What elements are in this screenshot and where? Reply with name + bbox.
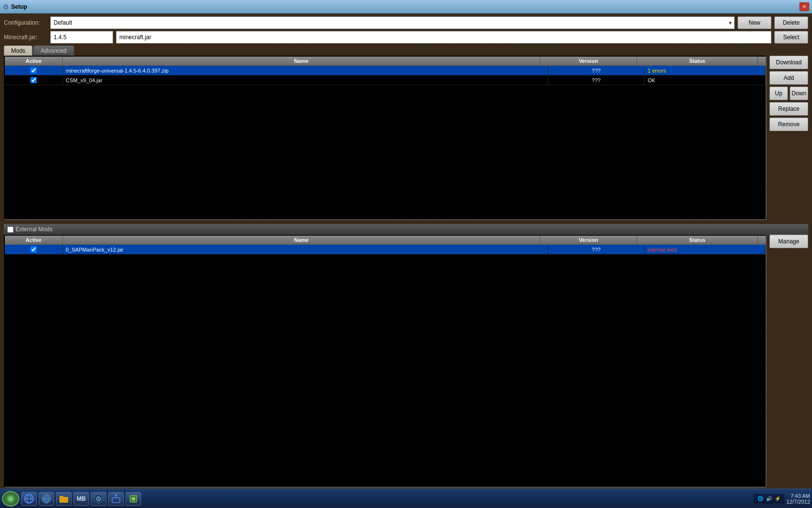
taskbar-steam-icon[interactable] [91,492,106,506]
svg-point-1 [8,496,13,501]
close-button[interactable]: ✕ [799,2,809,11]
mods-table-body[interactable]: minecraftforge-universal-1.4.5-6.4.0.397… [5,66,766,219]
network-icon [111,494,121,504]
mods-col-name: Name [63,57,540,65]
ext-table-header: Active Name Version Status [5,236,766,245]
ext-section: Active Name Version Status 0_SAPManPack_… [4,235,808,488]
up-button[interactable]: Up [769,87,788,100]
row1-active-cell[interactable] [5,66,63,75]
down-button[interactable]: Down [790,87,808,100]
svg-rect-13 [112,498,120,503]
external-mods-label: External Mods [15,226,53,233]
mods-table-header: Active Name Version Status [5,57,766,66]
external-mods-wrapper: External Mods Active Name Version Status [4,222,808,488]
mods-col-version: Version [540,57,637,65]
row2-name-cell: CSM_v9_04.jar [63,75,548,85]
minecraft-jar-row: Minecraft.jar: Select [4,31,808,44]
taskbar: MB 🌐 🔊 ⚡ 7:43 AM 12/7/2012 [0,489,812,508]
delete-button[interactable]: Delete [774,16,808,29]
row1-status-cell: 1 errors [645,66,766,75]
table-row[interactable]: CSM_v9_04.jar ??? OK [5,75,766,85]
ext-side-buttons: Manage [769,235,808,488]
system-tray: 🌐 🔊 ⚡ [754,494,784,504]
new-button[interactable]: New [738,16,771,29]
ext-table-wrapper: Active Name Version Status 0_SAPManPack_… [4,235,767,488]
ext-row1-active-cell[interactable] [5,245,63,254]
ext-row1-status-cell: internal mod [645,245,766,254]
mods-side-buttons: Download Add Up Down Replace Remove [769,56,808,220]
svg-rect-17 [132,497,135,500]
configuration-label: Configuration: [4,19,47,26]
add-button[interactable]: Add [769,71,808,85]
ext-row1-checkbox[interactable] [30,246,37,253]
app-icon: ⚙ [3,3,9,11]
mods-table-wrapper: Active Name Version Status minecraftforg… [4,56,767,220]
ext-table-body[interactable]: 0_SAPManPack_v12.jar ??? internal mod [5,245,766,487]
taskbar-right: 🌐 🔊 ⚡ 7:43 AM 12/7/2012 [754,493,810,505]
remove-button[interactable]: Remove [769,118,808,131]
ext-col-version: Version [540,236,637,244]
external-mods-header: External Mods [4,224,808,235]
globe-icon [42,494,51,504]
clock-time: 7:43 AM [786,493,810,499]
taskbar-ie-icon[interactable] [21,492,37,506]
table-row[interactable]: minecraftforge-universal-1.4.5-6.4.0.397… [5,66,766,75]
tray-power-icon: ⚡ [774,495,782,503]
clock-date: 12/7/2012 [786,499,810,505]
minecraft-version-input[interactable] [50,31,113,44]
row1-checkbox[interactable] [30,67,37,74]
ie-icon [24,494,34,504]
dialog: Configuration: Default ▼ New Delete Mine… [0,14,812,508]
title-bar-left: ⚙ Setup [3,3,27,11]
configuration-row: Configuration: Default ▼ New Delete [4,16,808,29]
title-bar: ⚙ Setup ✕ [0,0,812,14]
up-down-group: Up Down [769,87,808,100]
download-button[interactable]: Download [769,56,808,69]
taskbar-mb-icon[interactable]: MB [73,492,89,506]
configuration-select-wrapper[interactable]: Default ▼ [50,16,735,29]
tabs-bar: Mods Advanced [4,45,808,56]
taskbar-network-icon[interactable] [108,492,124,506]
minecraft-jar-label: Minecraft.jar: [4,34,47,41]
replace-button[interactable]: Replace [769,102,808,116]
svg-rect-9 [59,496,63,498]
mods-section: Active Name Version Status minecraftforg… [4,56,808,220]
row1-version-cell: ??? [548,66,645,75]
start-icon [6,494,15,503]
system-clock: 7:43 AM 12/7/2012 [786,493,810,505]
ext-col-name: Name [63,236,540,244]
svg-point-12 [98,498,100,499]
ext-col-status: Status [637,236,758,244]
main-content: Active Name Version Status minecraftforg… [4,56,808,488]
start-button[interactable] [2,491,19,507]
tab-advanced[interactable]: Advanced [33,45,73,56]
minecraft-jar-input[interactable] [116,31,771,44]
ext-row1-name-cell: 0_SAPManPack_v12.jar [63,245,548,254]
manage-button[interactable]: Manage [769,235,808,248]
row1-name-cell: minecraftforge-universal-1.4.5-6.4.0.397… [63,66,548,75]
row2-status-cell: OK [645,75,766,85]
configuration-select[interactable]: Default [50,16,735,29]
title-bar-title: Setup [11,3,27,10]
tray-network-icon: 🌐 [756,495,764,503]
ext-row1-version-cell: ??? [548,245,645,254]
select-button[interactable]: Select [774,31,808,44]
tray-volume-icon: 🔊 [765,495,773,503]
folder-icon [59,494,69,504]
svg-point-15 [115,494,117,496]
row2-checkbox[interactable] [30,77,37,83]
table-row[interactable]: 0_SAPManPack_v12.jar ??? internal mod [5,245,766,254]
taskbar-globe-icon[interactable] [39,492,54,506]
tab-mods[interactable]: Mods [4,45,32,56]
row2-version-cell: ??? [548,75,645,85]
row2-active-cell[interactable] [5,75,63,85]
block-icon [129,494,138,504]
taskbar-folder-icon[interactable] [56,492,72,506]
ext-col-active: Active [5,236,63,244]
mods-col-status: Status [637,57,758,65]
steam-icon [94,494,103,504]
mods-col-active: Active [5,57,63,65]
taskbar-block-icon[interactable] [126,492,141,506]
external-mods-toggle[interactable] [7,226,14,233]
